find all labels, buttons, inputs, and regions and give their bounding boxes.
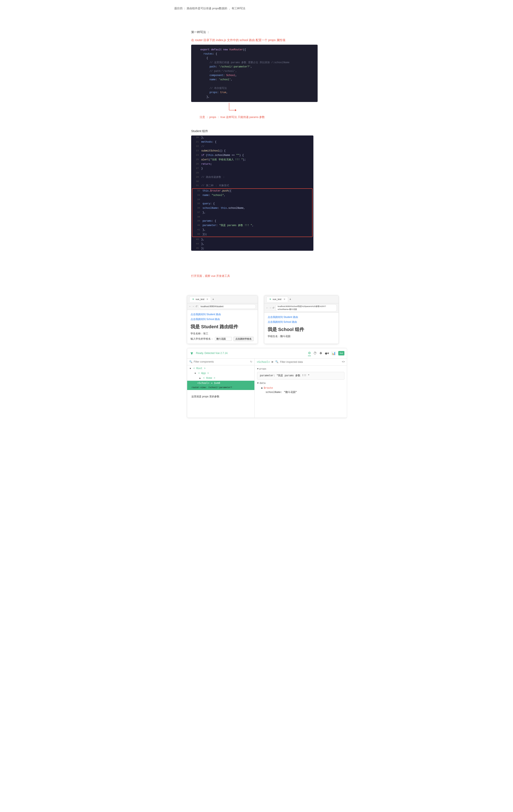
tree-root[interactable]: ▼ < Root >	[187, 366, 254, 371]
props-parameter-value: parameter: "我是 params 参数 !!! "	[260, 374, 342, 378]
svg-marker-2	[235, 109, 236, 111]
red-instruction: 在 router 目录下的 index.js 文件中的 school 路由 配置…	[191, 38, 339, 42]
route-item: ▶ $route schoolName: "翻斗花园"	[257, 386, 344, 394]
student-input-row: 输入学生的学校名： 点击跳转学校名	[191, 337, 254, 341]
devtools-body: 🔍 ↻ ▼ < Root > ▼ < App > ▶ < H	[187, 358, 347, 417]
vuex-icon[interactable]: ❖	[319, 351, 322, 356]
browser1-url: localhost:8080/#/student	[199, 304, 256, 309]
page-title: 题目四 ： 路由组件是可以传递 props数据的 ， 有三种写法	[174, 6, 339, 11]
devtools-right-header: <School> ▶ 🔍 <>	[255, 358, 347, 366]
browser2-bar: ▼ vue_test ✕ +	[264, 295, 339, 303]
tree-app[interactable]: ▼ < App >	[187, 371, 254, 376]
school-link-2[interactable]: 点击我跳转到 School 路由	[268, 320, 335, 324]
student-page-heading: 我是 Student 路由组件	[191, 323, 254, 330]
devtools-detected-text: Ready. Detected Vue 2.7.14.	[196, 351, 228, 355]
data-label: data	[259, 381, 265, 385]
school-input[interactable]	[215, 337, 232, 341]
inspected-component-name: <School>	[257, 360, 270, 364]
student-name: 学生名称：张三	[191, 331, 254, 336]
browsers-container: ▼ vue_test ✕ + ← → ↺ localhost:8080/#/st…	[187, 295, 339, 344]
component-tree: ▼ < Root > ▼ < App > ▶ < Home >	[187, 365, 254, 391]
school-name: 学校生名：翻斗花园	[268, 335, 335, 338]
browser1-bar: ▼ vue_test ✕ +	[187, 295, 258, 303]
browser2-content: 点击我跳转到 Student 路由 点击我跳转到 School 路由 我是 Sc…	[264, 313, 339, 342]
props-value-box: parameter: "我是 params 参数 !!! "	[257, 372, 344, 380]
vue-logo: ▼	[190, 350, 194, 357]
school-page-heading: 我是 School 组件	[268, 326, 335, 333]
code-brackets-icon[interactable]: <>	[342, 360, 345, 364]
props-section-title: ▼ props	[257, 367, 344, 371]
student-link-1[interactable]: 点击我跳转到 Student 路由	[191, 313, 254, 316]
components-icon[interactable]: ⚙	[308, 350, 311, 356]
devtools-panel: ▼ Ready. Detected Vue 2.7.14. ⚙ ⏱ ❖ ◆▾ 📊…	[187, 348, 347, 418]
section1-label: 第一种写法 ：	[191, 30, 339, 34]
browser1-nav: ← → ↺ localhost:8080/#/student	[187, 303, 258, 310]
code-block-router: export default new VueRouter({ routes: {…	[191, 45, 318, 102]
props-label: props	[259, 367, 266, 371]
settings-icon[interactable]: live	[338, 351, 344, 356]
browser2-nav: ← → ↺ localhost:8085/#/school/我是%20param…	[264, 303, 339, 313]
browser1-content: 点击我跳转到 Student 路由 点击我跳转到 School 路由 我是 St…	[187, 310, 258, 344]
devtools-right-panel: <School> ▶ 🔍 <> ▼ props parameter: "我是 p…	[255, 358, 347, 417]
filter-inspected-input[interactable]	[280, 360, 340, 364]
note-text: 注意 ： props ： true 这种写法 只能传递 params 参数	[200, 115, 339, 119]
arrow-indicator	[217, 103, 242, 113]
refresh-icon[interactable]: ↻	[250, 360, 252, 364]
browser-school: ▼ vue_test ✕ + ← → ↺ localhost:8085/#/sc…	[264, 295, 339, 344]
devtools-props-section: ▼ props parameter: "我是 params 参数 !!! " ▼…	[255, 366, 347, 396]
browser2-tab: ▼ vue_test ✕	[266, 297, 288, 302]
student-link-2[interactable]: 点击我跳转到 School 路由	[191, 317, 254, 321]
input-label: 输入学生的学校名：	[191, 337, 213, 341]
devtools-left-panel: 🔍 ↻ ▼ < Root > ▼ < App > ▶ < H	[187, 358, 255, 417]
component-search[interactable]: 🔍 ↻	[187, 358, 254, 365]
perf-icon[interactable]: 📊	[332, 351, 336, 356]
browser1-tab: ▼ vue_test ✕	[189, 297, 211, 302]
route-schoolname: schoolName: "翻斗花园"	[261, 390, 344, 395]
props-note: 这里就是 props 里的参数	[187, 393, 254, 400]
submit-school-btn[interactable]: 点击跳转学校名	[233, 337, 254, 341]
timeline-icon[interactable]: ⏱	[313, 351, 317, 356]
browser2-url: localhost:8085/#/school/我是%20params%20参数…	[276, 304, 337, 312]
open-dev-tools-text: 打开页面，观察 vue 开发者工具	[191, 274, 339, 278]
route-key: $route	[264, 386, 273, 390]
search-icon: 🔍	[189, 360, 193, 364]
devtools-icon-bar: ⚙ ⏱ ❖ ◆▾ 📊 live	[308, 350, 344, 356]
code-block-student: 20 }, 21 methods: { 22 // 23 submitSchoo…	[191, 136, 313, 251]
router-icon[interactable]: ◆▾	[325, 351, 329, 356]
component-label: Student 组件	[191, 129, 339, 134]
devtools-header: ▼ Ready. Detected Vue 2.7.14. ⚙ ⏱ ❖ ◆▾ 📊…	[187, 348, 347, 358]
tree-school[interactable]: <School> = $vm0 router-view: /school/:pa…	[187, 381, 254, 390]
school-link-1[interactable]: 点击我跳转到 Student 路由	[268, 315, 335, 319]
browser-student: ▼ vue_test ✕ + ← → ↺ localhost:8080/#/st…	[187, 295, 258, 344]
filter-components-input[interactable]	[194, 360, 249, 363]
data-section-title: ▼ data	[257, 381, 344, 385]
tree-home[interactable]: ▶ < Home >	[187, 376, 254, 381]
